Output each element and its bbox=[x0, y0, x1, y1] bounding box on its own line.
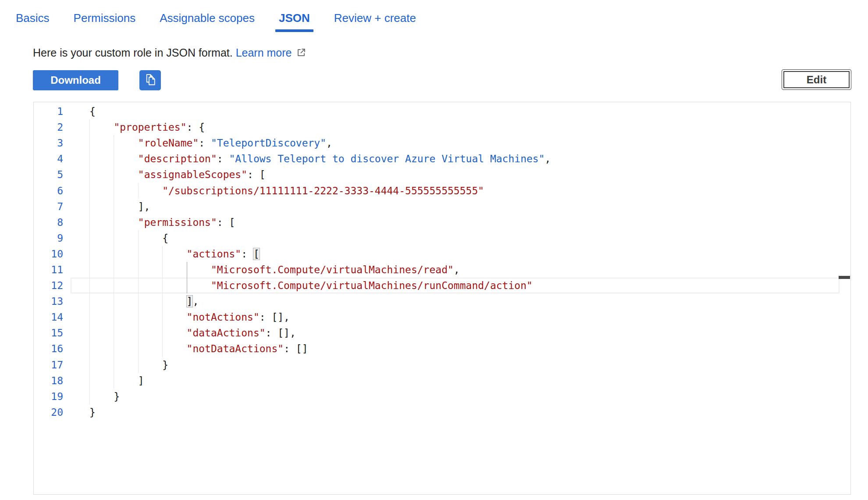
code-content: ], bbox=[63, 296, 199, 307]
tab-assignable-scopes[interactable]: Assignable scopes bbox=[160, 11, 255, 32]
tab-label: Permissions bbox=[74, 11, 136, 25]
line-number: 19 bbox=[34, 391, 63, 402]
tab-bar: BasicsPermissionsAssignable scopesJSONRe… bbox=[16, 11, 416, 32]
json-editor[interactable]: 1{2 "properties": {3 "roleName": "Telepo… bbox=[33, 102, 851, 495]
code-content: "Microsoft.Compute/virtualMachines/read"… bbox=[63, 264, 460, 275]
code-content: } bbox=[63, 359, 168, 371]
tab-label: Assignable scopes bbox=[160, 11, 255, 25]
code-line: 11 "Microsoft.Compute/virtualMachines/re… bbox=[34, 262, 850, 278]
code-line: 3 "roleName": "TeleportDiscovery", bbox=[34, 135, 850, 151]
line-number: 12 bbox=[34, 280, 63, 291]
line-number: 14 bbox=[34, 311, 63, 323]
code-line: 7 ], bbox=[34, 199, 850, 214]
intro-label: Here is your custom role in JSON format. bbox=[33, 46, 233, 59]
line-number: 6 bbox=[34, 185, 63, 196]
tab-label: JSON bbox=[279, 11, 310, 25]
code-line: 6 "/subscriptions/11111111-2222-3333-444… bbox=[34, 182, 850, 198]
custom-role-json-page: BasicsPermissionsAssignable scopesJSONRe… bbox=[0, 0, 868, 500]
code-line: 9 { bbox=[34, 230, 850, 246]
tab-permissions[interactable]: Permissions bbox=[74, 11, 136, 32]
external-link-icon bbox=[296, 47, 306, 58]
code-line: 1{ bbox=[34, 104, 850, 119]
tab-basics[interactable]: Basics bbox=[16, 11, 50, 32]
code-line: 14 "notActions": [], bbox=[34, 309, 850, 325]
matched-bracket: ] bbox=[187, 296, 193, 307]
code-content: "actions": [ bbox=[63, 248, 260, 260]
code-line: 10 "actions": [ bbox=[34, 246, 850, 262]
code-line: 8 "permissions": [ bbox=[34, 214, 850, 230]
tab-review-create[interactable]: Review + create bbox=[334, 11, 416, 32]
download-button[interactable]: Download bbox=[33, 70, 118, 90]
code-content: "description": "Allows Teleport to disco… bbox=[63, 153, 551, 164]
code-content: "notActions": [], bbox=[63, 311, 290, 323]
tab-label: Basics bbox=[16, 11, 50, 25]
code-content: ] bbox=[63, 375, 144, 386]
code-line: 12 "Microsoft.Compute/virtualMachines/ru… bbox=[34, 278, 850, 293]
line-number: 20 bbox=[34, 407, 63, 418]
line-number: 8 bbox=[34, 217, 63, 228]
line-number: 4 bbox=[34, 153, 63, 164]
code-content: ], bbox=[63, 201, 150, 212]
code-content: "assignableScopes": [ bbox=[63, 169, 266, 180]
line-number: 18 bbox=[34, 375, 63, 386]
code-content: "properties": { bbox=[63, 121, 205, 133]
code-line: 16 "notDataActions": [] bbox=[34, 341, 850, 357]
code-content: "permissions": [ bbox=[63, 217, 235, 228]
code-content: "roleName": "TeleportDiscovery", bbox=[63, 137, 332, 149]
code-content: { bbox=[63, 232, 168, 244]
code-line: 5 "assignableScopes": [ bbox=[34, 167, 850, 182]
line-number: 9 bbox=[34, 232, 63, 244]
code-content: { bbox=[63, 106, 96, 117]
line-number: 16 bbox=[34, 343, 63, 354]
edit-button[interactable]: Edit bbox=[782, 69, 851, 90]
tab-label: Review + create bbox=[334, 11, 416, 25]
code-content: "/subscriptions/11111111-2222-3333-4444-… bbox=[63, 185, 484, 196]
code-lines: 1{2 "properties": {3 "roleName": "Telepo… bbox=[34, 104, 850, 420]
code-line: 20} bbox=[34, 404, 850, 420]
line-number: 11 bbox=[34, 264, 63, 275]
code-line: 2 "properties": { bbox=[34, 119, 850, 135]
code-line: 13 ], bbox=[34, 293, 850, 309]
tab-json[interactable]: JSON bbox=[279, 11, 310, 32]
overview-ruler-cursor-marker bbox=[839, 276, 850, 279]
code-line: 19 } bbox=[34, 389, 850, 404]
code-content: } bbox=[63, 407, 96, 418]
line-number: 7 bbox=[34, 201, 63, 212]
copy-button[interactable] bbox=[139, 70, 161, 90]
line-number: 3 bbox=[34, 137, 63, 149]
active-tab-underline bbox=[275, 29, 313, 32]
code-line: 17 } bbox=[34, 357, 850, 373]
code-line: 4 "description": "Allows Teleport to dis… bbox=[34, 151, 850, 167]
line-number: 2 bbox=[34, 121, 63, 133]
code-content: } bbox=[63, 391, 120, 402]
line-number: 15 bbox=[34, 327, 63, 339]
code-line: 15 "dataActions": [], bbox=[34, 325, 850, 341]
code-content: "dataActions": [], bbox=[63, 327, 296, 339]
line-number: 17 bbox=[34, 359, 63, 371]
matched-bracket: [ bbox=[253, 248, 260, 260]
code-content: "Microsoft.Compute/virtualMachines/runCo… bbox=[63, 280, 533, 291]
line-number: 13 bbox=[34, 296, 63, 307]
line-number: 1 bbox=[34, 106, 63, 117]
code-line: 18 ] bbox=[34, 373, 850, 389]
copy-icon bbox=[142, 72, 158, 89]
line-number: 10 bbox=[34, 248, 63, 260]
line-number: 5 bbox=[34, 169, 63, 180]
intro-text: Here is your custom role in JSON format.… bbox=[33, 46, 306, 59]
edit-button-label: Edit bbox=[783, 71, 850, 88]
code-content: "notDataActions": [] bbox=[63, 343, 308, 354]
learn-more-link[interactable]: Learn more bbox=[236, 46, 292, 59]
